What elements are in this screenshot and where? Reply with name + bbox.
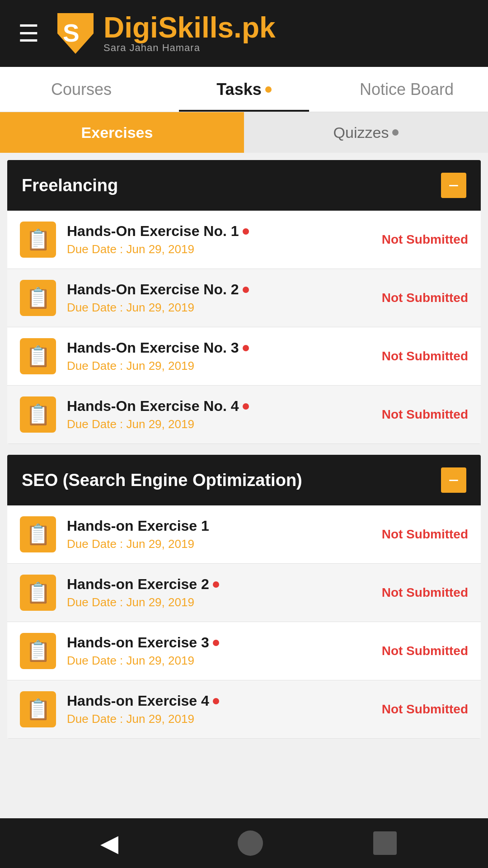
exercise-status: Not Submitted	[382, 644, 468, 658]
bottom-navigation: ◀	[0, 818, 488, 868]
exercise-status: Not Submitted	[382, 291, 468, 305]
exercise-icon-wrap: 📋	[20, 633, 56, 669]
courses-label: Courses	[51, 80, 112, 99]
exercise-info: Hands-on Exercise 1 Due Date : Jun 29, 2…	[67, 518, 371, 551]
recents-button[interactable]	[373, 831, 397, 855]
exercise-due-date: Due Date : Jun 29, 2019	[67, 301, 371, 315]
exercises-label: Exercises	[81, 124, 153, 142]
top-navigation: Courses Tasks Notice Board	[0, 67, 488, 112]
hamburger-icon[interactable]: ☰	[18, 22, 39, 45]
section-seo-header: SEO (Search Engine Optimization) −	[7, 455, 481, 505]
clipboard-icon: 📋	[26, 639, 51, 663]
exercise-name-text: Hands-on Exercise 3	[67, 634, 209, 651]
exercise-icon-wrap: 📋	[20, 222, 56, 258]
subtab-quizzes[interactable]: Quizzes	[244, 112, 488, 153]
tab-courses[interactable]: Courses	[0, 67, 163, 112]
exercises-dot	[156, 129, 163, 136]
exercise-due-date: Due Date : Jun 29, 2019	[67, 712, 371, 726]
exercise-icon-wrap: 📋	[20, 280, 56, 316]
list-item[interactable]: 📋 Hands-on Exercise 2 Due Date : Jun 29,…	[7, 564, 481, 622]
red-dot-indicator	[243, 228, 249, 235]
list-item[interactable]: 📋 Hands-On Exercise No. 3 Due Date : Jun…	[7, 327, 481, 386]
tab-tasks[interactable]: Tasks	[163, 67, 325, 112]
exercise-name-text: Hands-On Exercise No. 4	[67, 398, 239, 415]
exercise-info: Hands-on Exercise 2 Due Date : Jun 29, 2…	[67, 576, 371, 609]
minus-icon: −	[448, 471, 459, 489]
exercise-name: Hands-On Exercise No. 3	[67, 340, 371, 356]
tasks-dot	[265, 86, 272, 93]
exercise-name: Hands-On Exercise No. 2	[67, 281, 371, 298]
exercise-status: Not Submitted	[382, 702, 468, 717]
exercise-due-date: Due Date : Jun 29, 2019	[67, 595, 371, 609]
list-item[interactable]: 📋 Hands-on Exercise 1 Due Date : Jun 29,…	[7, 505, 481, 564]
back-button[interactable]: ◀	[91, 825, 127, 861]
logo-area: S DigiSkills.pk Sara Jahan Hamara	[53, 11, 276, 56]
clipboard-icon: 📋	[26, 228, 51, 251]
exercise-info: Hands-On Exercise No. 4 Due Date : Jun 2…	[67, 398, 371, 431]
clipboard-icon: 📋	[26, 344, 51, 368]
list-item[interactable]: 📋 Hands-On Exercise No. 1 Due Date : Jun…	[7, 211, 481, 269]
header: ☰ S DigiSkills.pk Sara Jahan Hamara	[0, 0, 488, 67]
subtab-exercises[interactable]: Exercises	[0, 112, 244, 153]
tasks-label: Tasks	[216, 80, 261, 99]
logo-skills: Skills	[158, 11, 234, 44]
exercise-name: Hands-on Exercise 2	[67, 576, 371, 593]
list-item[interactable]: 📋 Hands-on Exercise 3 Due Date : Jun 29,…	[7, 622, 481, 680]
minus-icon: −	[448, 176, 459, 194]
exercise-status: Not Submitted	[382, 407, 468, 422]
exercise-due-date: Due Date : Jun 29, 2019	[67, 242, 371, 256]
logo-svg: S	[53, 11, 98, 56]
red-dot-indicator	[243, 345, 249, 351]
clipboard-icon: 📋	[26, 286, 51, 310]
logo-title: DigiSkills.pk	[103, 13, 276, 42]
exercise-due-date: Due Date : Jun 29, 2019	[67, 359, 371, 373]
exercise-icon-wrap: 📋	[20, 396, 56, 433]
clipboard-icon: 📋	[26, 403, 51, 426]
exercise-name-text: Hands-on Exercise 1	[67, 518, 209, 534]
red-dot-indicator	[243, 403, 249, 410]
exercise-status: Not Submitted	[382, 585, 468, 600]
exercise-icon-wrap: 📋	[20, 691, 56, 727]
section-seo-title: SEO (Search Engine Optimization)	[22, 471, 302, 490]
seo-collapse-button[interactable]: −	[441, 467, 466, 493]
exercise-info: Hands-on Exercise 3 Due Date : Jun 29, 2…	[67, 634, 371, 668]
list-item[interactable]: 📋 Hands-On Exercise No. 4 Due Date : Jun…	[7, 386, 481, 444]
svg-text:S: S	[63, 19, 80, 47]
exercise-name-text: Hands-on Exercise 2	[67, 576, 209, 593]
tab-notice-board[interactable]: Notice Board	[325, 67, 488, 112]
exercise-name-text: Hands-On Exercise No. 1	[67, 223, 239, 240]
quizzes-dot	[392, 129, 399, 136]
freelancing-exercise-list: 📋 Hands-On Exercise No. 1 Due Date : Jun…	[7, 211, 481, 444]
exercise-status: Not Submitted	[382, 527, 468, 542]
list-item[interactable]: 📋 Hands-on Exercise 4 Due Date : Jun 29,…	[7, 680, 481, 739]
exercise-name: Hands-on Exercise 4	[67, 693, 371, 709]
exercise-name-text: Hands-On Exercise No. 2	[67, 281, 239, 298]
exercise-name-text: Hands-On Exercise No. 3	[67, 340, 239, 356]
exercise-name-text: Hands-on Exercise 4	[67, 693, 209, 709]
home-button[interactable]	[238, 830, 263, 856]
list-item[interactable]: 📋 Hands-On Exercise No. 2 Due Date : Jun…	[7, 269, 481, 327]
exercise-name: Hands-on Exercise 3	[67, 634, 371, 651]
quizzes-label: Quizzes	[333, 124, 389, 142]
freelancing-collapse-button[interactable]: −	[441, 173, 466, 198]
clipboard-icon: 📋	[26, 698, 51, 721]
red-dot-indicator	[213, 581, 219, 588]
exercise-info: Hands-On Exercise No. 3 Due Date : Jun 2…	[67, 340, 371, 373]
logo-tagline: Sara Jahan Hamara	[103, 42, 276, 54]
exercise-icon-wrap: 📋	[20, 575, 56, 611]
notice-board-label: Notice Board	[360, 80, 454, 99]
exercise-due-date: Due Date : Jun 29, 2019	[67, 417, 371, 431]
section-freelancing-header: Freelancing −	[7, 160, 481, 211]
clipboard-icon: 📋	[26, 523, 51, 546]
red-dot-indicator	[243, 287, 249, 293]
exercise-info: Hands-on Exercise 4 Due Date : Jun 29, 2…	[67, 693, 371, 726]
exercise-name: Hands-on Exercise 1	[67, 518, 371, 534]
exercise-status: Not Submitted	[382, 232, 468, 247]
logo-digi: Digi	[103, 11, 158, 44]
exercise-due-date: Due Date : Jun 29, 2019	[67, 537, 371, 551]
section-freelancing-title: Freelancing	[22, 176, 118, 195]
red-dot-indicator	[213, 698, 219, 704]
exercise-status: Not Submitted	[382, 349, 468, 363]
exercise-name: Hands-On Exercise No. 1	[67, 223, 371, 240]
exercise-name: Hands-On Exercise No. 4	[67, 398, 371, 415]
